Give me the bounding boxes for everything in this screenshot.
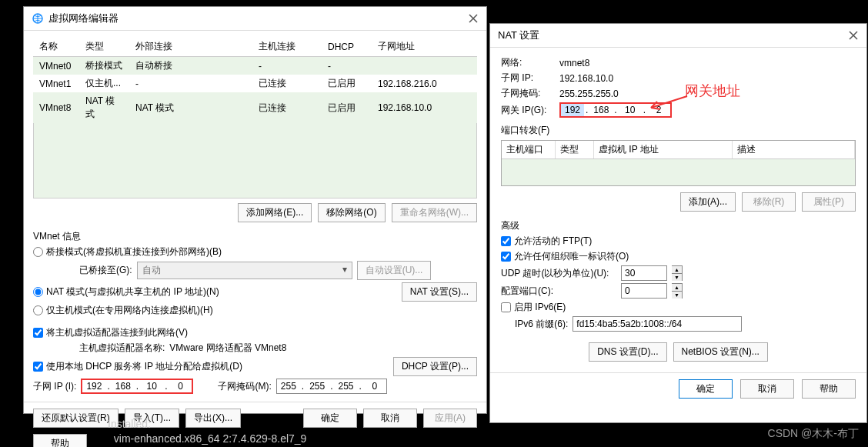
network-table-wrap: 名称 类型 外部连接 主机连接 DHCP 子网地址 VMnet0桥接模式自动桥接… — [24, 31, 486, 198]
col-host: 主机连接 — [252, 37, 322, 57]
subnet-ip-label: 子网 IP: — [501, 72, 555, 85]
network-globe-icon — [32, 12, 44, 25]
port-remove-button[interactable]: 移除(R) — [742, 192, 796, 212]
dhcp-setting-button[interactable]: DHCP 设置(P)... — [393, 357, 477, 376]
apply-button[interactable]: 应用(A) — [423, 409, 477, 428]
subnet-ip-value: 192.168.10.0 — [559, 73, 613, 84]
add-network-button[interactable]: 添加网络(E)... — [238, 203, 312, 222]
network-label: 网络: — [501, 56, 555, 69]
dns-setting-button[interactable]: DNS 设置(D)... — [589, 342, 666, 362]
ipv6-prefix-label: IPv6 前缀(6): — [515, 318, 568, 331]
cancel-button[interactable]: 取消 — [740, 379, 794, 399]
restore-button[interactable]: 还原默认设置(R) — [33, 409, 119, 428]
host-only-radio[interactable]: 仅主机模式(在专用网络内连接虚拟机)(H) — [33, 304, 213, 317]
title-bar: NAT 设置 — [490, 24, 866, 48]
help-button[interactable]: 帮助 — [802, 379, 856, 399]
network-actions: 添加网络(E)... 移除网络(O) 重命名网络(W)... — [24, 198, 486, 227]
vmnet-info-section: VMnet 信息 桥接模式(将虚拟机直接连接到外部网络)(B) 已桥接至(G):… — [24, 230, 486, 394]
terminal-output: Installed: vim-enhanced.x86_64 2:7.4.629… — [108, 417, 306, 447]
close-icon[interactable] — [468, 13, 479, 24]
vmnet-info-label: VMnet 信息 — [33, 230, 477, 243]
col-ext: 外部连接 — [129, 37, 252, 57]
nat-setting-button[interactable]: NAT 设置(S)... — [402, 282, 477, 302]
use-dhcp-check[interactable]: 使用本地 DHCP 服务将 IP 地址分配给虚拟机(D) — [33, 360, 242, 373]
table-row[interactable]: VMnet0桥接模式自动桥接-- — [33, 57, 477, 75]
auto-setting-button[interactable]: 自动设置(U)... — [357, 261, 432, 280]
watermark: CSDN @木木-布丁 — [768, 427, 859, 441]
subnet-mask-value: 255.255.255.0 — [559, 88, 619, 99]
arrow-icon — [645, 92, 691, 115]
subnet-ip-input[interactable]: ... — [81, 379, 193, 394]
allow-any-check[interactable]: 允许任何组织唯一标识符(O) — [501, 250, 629, 263]
dialog-title: NAT 设置 — [498, 28, 848, 42]
network-table[interactable]: 名称 类型 外部连接 主机连接 DHCP 子网地址 VMnet0桥接模式自动桥接… — [33, 37, 477, 123]
close-icon[interactable] — [848, 30, 859, 41]
remove-network-button[interactable]: 移除网络(O) — [318, 203, 385, 222]
ok-button[interactable]: 确定 — [303, 409, 357, 428]
nat-mode-radio[interactable]: NAT 模式(与虚拟机共享主机的 IP 地址)(N) — [33, 285, 219, 299]
cancel-button[interactable]: 取消 — [363, 409, 417, 428]
udp-timeout-input[interactable] — [621, 265, 667, 281]
udp-timeout-label: UDP 超时(以秒为单位)(U): — [501, 267, 616, 280]
ipv6-prefix-input[interactable] — [573, 316, 742, 332]
udp-timeout-spinner[interactable]: ▲▼ — [672, 265, 683, 281]
dialog-footer: 确定 取消 帮助 — [490, 372, 866, 405]
help-button[interactable]: 帮助 — [33, 434, 87, 447]
gateway-label: 网关 IP(G): — [501, 104, 555, 117]
col-name: 名称 — [33, 37, 79, 57]
port-forward-label: 端口转发(F) — [501, 124, 856, 137]
bridged-select[interactable]: 自动 — [137, 262, 352, 279]
bridge-mode-radio[interactable]: 桥接模式(将虚拟机直接连接到外部网络)(B) — [33, 245, 222, 259]
port-forward-table[interactable]: 主机端口 类型 虚拟机 IP 地址 描述 — [501, 140, 856, 186]
bridged-to-label: 已桥接至(G): — [79, 264, 132, 277]
config-port-label: 配置端口(C): — [501, 285, 616, 298]
connect-adapter-check[interactable]: 将主机虚拟适配器连接到此网络(V) — [33, 326, 188, 339]
netbios-setting-button[interactable]: NetBIOS 设置(N)... — [673, 342, 768, 362]
table-row[interactable]: VMnet8NAT 模式NAT 模式已连接已启用192.168.10.0 — [33, 92, 477, 123]
subnet-mask-label: 子网掩码(M): — [218, 380, 271, 393]
rename-network-button[interactable]: 重命名网络(W)... — [392, 203, 477, 222]
col-dhcp: DHCP — [322, 37, 372, 57]
dialog-title: 虚拟网络编辑器 — [48, 12, 468, 25]
virtual-network-editor-dialog: 虚拟网络编辑器 名称 类型 外部连接 主机连接 DHCP 子网地址 VMnet0… — [23, 6, 487, 414]
ok-button[interactable]: 确定 — [679, 379, 733, 399]
allow-ftp-check[interactable]: 允许活动的 FTP(T) — [501, 235, 592, 248]
adapter-name-label: 主机虚拟适配器名称: — [79, 342, 165, 355]
network-value: vmnet8 — [559, 58, 589, 68]
table-row[interactable]: VMnet1仅主机...-已连接已启用192.168.216.0 — [33, 75, 477, 92]
ipv6-enable-check[interactable]: 启用 IPv6(E) — [501, 301, 566, 314]
gateway-annotation: 网关地址 — [685, 82, 740, 100]
port-add-button[interactable]: 添加(A)... — [680, 192, 736, 212]
subnet-mask-label: 子网掩码: — [501, 87, 555, 100]
advanced-label: 高级 — [501, 219, 856, 232]
subnet-ip-label: 子网 IP (I): — [33, 380, 76, 393]
nat-settings-dialog: NAT 设置 网络:vmnet8 子网 IP:192.168.10.0 子网掩码… — [489, 23, 867, 423]
config-port-spinner[interactable]: ▲▼ — [672, 283, 683, 299]
title-bar: 虚拟网络编辑器 — [24, 7, 486, 31]
col-type: 类型 — [79, 37, 129, 57]
subnet-mask-input[interactable]: ... — [276, 379, 387, 394]
adapter-name: VMware 网络适配器 VMnet8 — [169, 342, 286, 355]
col-subnet: 子网地址 — [372, 37, 477, 57]
config-port-input[interactable] — [621, 283, 667, 299]
port-props-button[interactable]: 属性(P) — [802, 192, 856, 212]
